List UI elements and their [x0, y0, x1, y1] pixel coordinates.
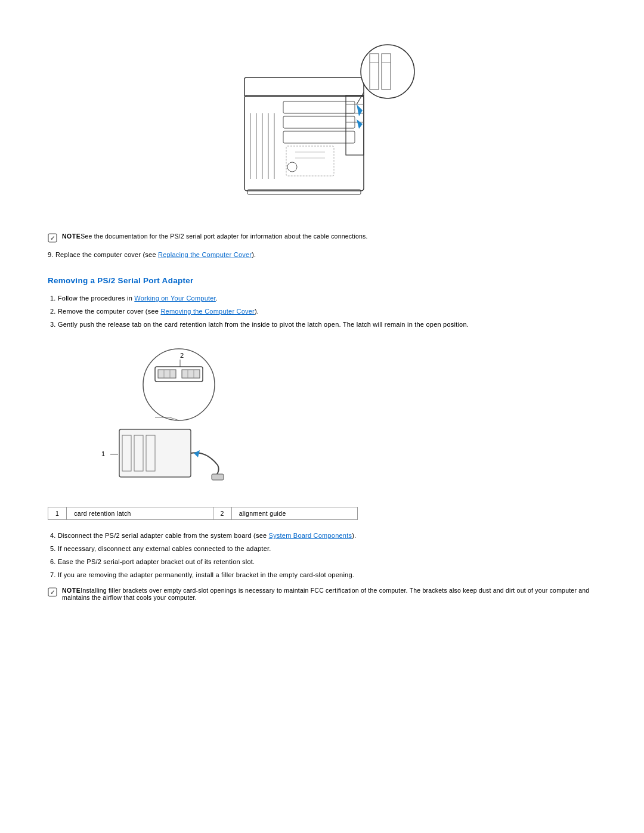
step2-text: Remove the computer cover (see [58, 308, 161, 315]
svg-text:✓: ✓ [50, 589, 55, 596]
steps-list: 1. Follow the procedures in Working on Y… [48, 295, 596, 328]
note-icon-1: ✓ [48, 233, 57, 243]
step1-text: Follow the procedures in [58, 295, 134, 302]
svg-rect-9 [283, 131, 355, 143]
step6: 6. Ease the PS/2 serial-port adapter bra… [48, 558, 596, 565]
step1: 1. Follow the procedures in Working on Y… [48, 295, 596, 302]
svg-rect-43 [212, 474, 224, 480]
step2-end: ). [255, 308, 259, 315]
step2-link[interactable]: Removing the Computer Cover [160, 308, 255, 315]
step4: 4. Disconnect the PS/2 serial adapter ca… [48, 532, 596, 539]
svg-rect-1 [244, 78, 364, 97]
note2-block: ✓ NOTEInstalling filler brackets over em… [48, 587, 596, 601]
svg-rect-31 [158, 370, 176, 378]
svg-point-10 [287, 162, 297, 172]
step5-text: If necessary, disconnect any external ca… [58, 545, 271, 552]
step4-link[interactable]: System Board Components [269, 532, 352, 539]
step5: 5. If necessary, disconnect any external… [48, 545, 596, 552]
step3: 3. Gently push the release tab on the ca… [48, 321, 596, 328]
step7: 7. If you are removing the adapter perma… [48, 571, 596, 578]
section-heading: Removing a PS/2 Serial Port Adapter [48, 276, 596, 285]
step6-num: 6. [50, 558, 56, 565]
svg-line-20 [357, 92, 364, 104]
note1-block: ✓ NOTESee the documentation for the PS/2… [48, 233, 596, 243]
step4-num: 4. [50, 532, 56, 539]
svg-point-29 [143, 349, 215, 420]
svg-text:1: 1 [101, 450, 105, 457]
step3-text: Gently push the release tab on the card … [58, 321, 469, 328]
step7-text: If you are removing the adapter permanen… [58, 571, 354, 578]
step4-end: ). [352, 532, 356, 539]
diagram-figure-container: 2 1 [83, 340, 596, 495]
step2: 2. Remove the computer cover (see Removi… [48, 308, 596, 315]
note1-text: NOTESee the documentation for the PS/2 s… [62, 233, 368, 240]
step9-end: ). [252, 251, 256, 258]
steps-after-list: 4. Disconnect the PS/2 serial adapter ca… [48, 532, 596, 578]
step9-link[interactable]: Replacing the Computer Cover [158, 251, 252, 258]
computer-diagram [209, 24, 435, 215]
step1-link[interactable]: Working on Your Computer [134, 295, 216, 302]
step9-text: Replace the computer cover (see [55, 251, 158, 258]
step4-text: Disconnect the PS/2 serial adapter cable… [58, 532, 269, 539]
callout-table: 1 card retention latch 2 alignment guide [48, 507, 358, 520]
svg-text:✓: ✓ [50, 235, 55, 241]
note2-text: NOTEInstalling filler brackets over empt… [62, 587, 596, 601]
step1-end: . [216, 295, 218, 302]
svg-marker-21 [357, 104, 363, 116]
svg-rect-23 [247, 190, 361, 194]
svg-rect-7 [283, 101, 355, 113]
callout-num-1: 1 [48, 507, 67, 520]
note-icon-2: ✓ [48, 587, 57, 597]
main-figure-container [48, 24, 596, 215]
svg-marker-44 [194, 450, 200, 457]
step9-num: 9. [48, 251, 54, 258]
step9-container: 9. Replace the computer cover (see Repla… [48, 251, 596, 258]
step2-num: 2. [50, 308, 56, 315]
step6-text: Ease the PS/2 serial-port adapter bracke… [58, 558, 255, 565]
step7-num: 7. [50, 571, 56, 578]
callout-label-2: alignment guide [231, 507, 357, 520]
svg-rect-8 [283, 116, 355, 128]
callout-num-2: 2 [213, 507, 231, 520]
step1-num: 1. [50, 295, 56, 302]
step5-num: 5. [50, 545, 56, 552]
svg-point-15 [361, 45, 414, 98]
svg-rect-32 [182, 370, 200, 378]
latch-diagram: 2 1 [83, 340, 274, 495]
svg-text:2: 2 [180, 352, 184, 359]
svg-marker-22 [357, 119, 363, 129]
callout-label-1: card retention latch [67, 507, 213, 520]
step3-num: 3. [50, 321, 56, 328]
